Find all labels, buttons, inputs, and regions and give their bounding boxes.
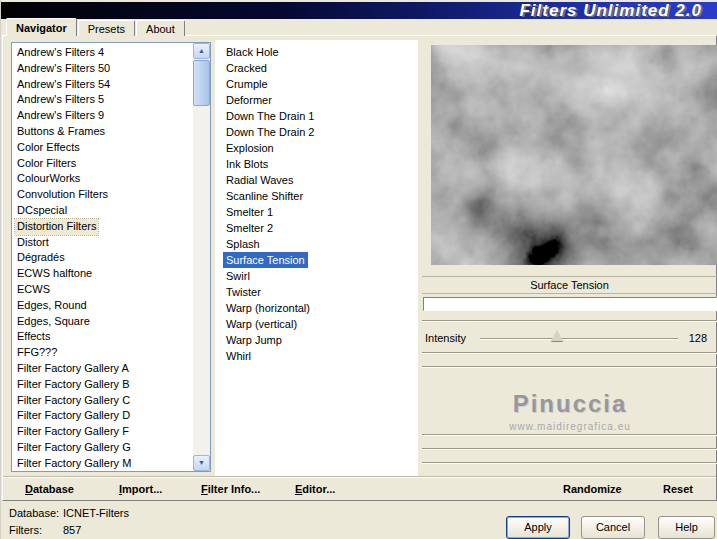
filter-item[interactable]: Whirl — [223, 348, 254, 364]
bottom-toolbar: Database Import... Filter Info... Editor… — [3, 477, 716, 500]
editor-button[interactable]: Editor... — [289, 480, 341, 498]
category-item[interactable]: DCspecial — [15, 203, 69, 219]
filter-item[interactable]: Smelter 1 — [223, 204, 276, 220]
filter-info-button[interactable]: Filter Info... — [195, 480, 266, 498]
tab-strip: Navigator Presets About — [6, 18, 186, 36]
intensity-value: 128 — [667, 332, 707, 344]
filter-item[interactable]: Splash — [223, 236, 263, 252]
tab-presets[interactable]: Presets — [78, 20, 135, 36]
slider-placeholder-line — [422, 462, 717, 464]
filter-item[interactable]: Down The Drain 1 — [223, 108, 317, 124]
filter-item[interactable]: Swirl — [223, 268, 253, 284]
watermark: Pinuccia www.maidiregrafica.eu — [422, 390, 717, 432]
category-item[interactable]: ColourWorks — [15, 171, 82, 187]
filter-item[interactable]: Crumple — [223, 76, 271, 92]
filter-item[interactable]: Surface Tension — [223, 252, 308, 268]
watermark-name: Pinuccia — [422, 390, 717, 418]
cancel-button[interactable]: Cancel — [581, 516, 645, 539]
filter-preview-image — [431, 45, 717, 265]
filter-list-panel: Black HoleCrackedCrumpleDeformerDown The… — [215, 40, 418, 477]
status-database-label: Database: — [9, 507, 59, 519]
filter-item[interactable]: Warp Jump — [223, 332, 285, 348]
import-button[interactable]: Import... — [113, 480, 168, 498]
preview-caption: Surface Tension — [422, 276, 717, 294]
scroll-down-icon[interactable]: ▼ — [193, 455, 210, 471]
intensity-label: Intensity — [425, 332, 466, 344]
slider-placeholder-line — [422, 352, 717, 354]
reset-button[interactable]: Reset — [657, 480, 699, 498]
randomize-button[interactable]: Randomize — [557, 480, 628, 498]
category-item[interactable]: Edges, Round — [15, 298, 89, 314]
filter-item[interactable]: Warp (vertical) — [223, 316, 300, 332]
tab-navigator[interactable]: Navigator — [6, 18, 77, 36]
filter-item[interactable]: Explosion — [223, 140, 277, 156]
category-item[interactable]: Andrew's Filters 50 — [15, 61, 112, 77]
scroll-up-icon[interactable]: ▲ — [193, 43, 210, 59]
category-item[interactable]: Filter Factory Gallery F — [15, 424, 131, 440]
progress-bar — [423, 297, 717, 311]
category-item[interactable]: Dégradés — [15, 250, 67, 266]
category-item[interactable]: Andrew's Filters 5 — [15, 92, 106, 108]
status-filters-value: 857 — [63, 524, 81, 536]
category-item[interactable]: Filter Factory Gallery G — [15, 440, 133, 456]
apply-button[interactable]: Apply — [506, 516, 570, 539]
category-item[interactable]: Effects — [15, 329, 52, 345]
slider-placeholder-line — [422, 434, 717, 436]
divider-line — [422, 320, 717, 322]
filter-item[interactable]: Deformer — [223, 92, 275, 108]
category-item[interactable]: Edges, Square — [15, 314, 92, 330]
slider-placeholder-line — [422, 448, 717, 450]
scroll-thumb[interactable] — [193, 60, 210, 106]
filter-item[interactable]: Warp (horizontal) — [223, 300, 313, 316]
database-button[interactable]: Database — [19, 480, 80, 498]
category-item[interactable]: Andrew's Filters 4 — [15, 45, 106, 61]
category-item[interactable]: Color Effects — [15, 140, 82, 156]
category-item[interactable]: Distort — [15, 235, 51, 251]
watermark-site: www.maidiregrafica.eu — [422, 421, 717, 432]
help-button[interactable]: Help — [658, 516, 715, 539]
category-scrollbar: ▲ ▼ — [193, 43, 210, 471]
category-item[interactable]: ECWS — [15, 282, 52, 298]
filter-item[interactable]: Black Hole — [223, 44, 282, 60]
category-item[interactable]: Filter Factory Gallery A — [15, 361, 131, 377]
slider-placeholder-line — [422, 366, 717, 368]
tab-about[interactable]: About — [136, 20, 185, 36]
category-item[interactable]: FFG??? — [15, 345, 59, 361]
filter-item[interactable]: Smelter 2 — [223, 220, 276, 236]
category-item[interactable]: Andrew's Filters 54 — [15, 77, 112, 93]
filter-item[interactable]: Ink Blots — [223, 156, 271, 172]
category-item[interactable]: Color Filters — [15, 156, 78, 172]
filter-item[interactable]: Down The Drain 2 — [223, 124, 317, 140]
intensity-slider-thumb[interactable] — [551, 330, 563, 341]
filter-item[interactable]: Radial Waves — [223, 172, 296, 188]
filter-item[interactable]: Cracked — [223, 60, 270, 76]
filter-item[interactable]: Twister — [223, 284, 264, 300]
filter-item[interactable]: Scanline Shifter — [223, 188, 306, 204]
category-list: Andrew's Filters 4Andrew's Filters 50And… — [11, 42, 211, 472]
category-item[interactable]: Filter Factory Gallery C — [15, 393, 132, 409]
category-item[interactable]: Andrew's Filters 9 — [15, 108, 106, 124]
category-item[interactable]: Convolution Filters — [15, 187, 110, 203]
category-item[interactable]: Buttons & Frames — [15, 124, 107, 140]
window-title: Filters Unlimited 2.0 — [519, 1, 702, 20]
status-filters-label: Filters: — [9, 524, 42, 536]
category-item[interactable]: Filter Factory Gallery B — [15, 377, 131, 393]
title-bar: Filters Unlimited 2.0 — [1, 2, 717, 19]
category-item[interactable]: ECWS halftone — [15, 266, 94, 282]
category-item[interactable]: Filter Factory Gallery D — [15, 408, 132, 424]
intensity-slider-track[interactable] — [480, 338, 678, 340]
category-item[interactable]: Filter Factory Gallery M — [15, 456, 133, 472]
category-item[interactable]: Distortion Filters — [15, 219, 98, 235]
filter-list: Black HoleCrackedCrumpleDeformerDown The… — [215, 40, 418, 364]
status-database-value: ICNET-Filters — [63, 507, 129, 519]
filters-unlimited-window: Filters Unlimited 2.0 Navigator Presets … — [0, 0, 717, 539]
